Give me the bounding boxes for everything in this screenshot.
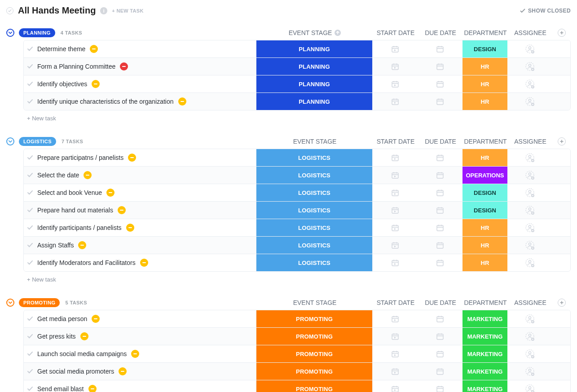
department-cell[interactable]: HR: [462, 254, 507, 271]
event-stage-cell[interactable]: PLANNING: [256, 58, 373, 75]
start-date-cell[interactable]: [373, 224, 418, 232]
task-name-cell[interactable]: Send email blast: [36, 385, 256, 392]
assignee-cell[interactable]: [507, 205, 552, 215]
start-date-cell[interactable]: [373, 385, 418, 392]
priority-icon[interactable]: [178, 97, 186, 106]
task-row[interactable]: Prepare hand out materials LOGISTICS DES…: [24, 201, 570, 219]
complete-checkbox[interactable]: [24, 333, 36, 339]
task-row[interactable]: Form a Planning Committee PLANNING HR: [24, 57, 570, 75]
department-cell[interactable]: MARKETING: [462, 380, 507, 392]
start-date-cell[interactable]: [373, 80, 418, 88]
department-cell[interactable]: HR: [462, 93, 507, 110]
new-task-row[interactable]: + New task: [6, 110, 571, 122]
col-assignee[interactable]: ASSIGNEE: [508, 299, 553, 306]
start-date-cell[interactable]: [373, 154, 418, 162]
add-column-button[interactable]: [558, 137, 566, 145]
event-stage-cell[interactable]: PROMOTING: [256, 345, 373, 362]
col-start-date[interactable]: START DATE: [373, 299, 418, 306]
department-cell[interactable]: HR: [462, 219, 507, 236]
priority-icon[interactable]: [106, 189, 115, 197]
task-row[interactable]: Determine theme PLANNING DESIGN: [24, 40, 570, 57]
col-due-date[interactable]: DUE DATE: [418, 29, 463, 36]
task-name-cell[interactable]: Launch social media campaigns: [36, 350, 256, 358]
task-name-cell[interactable]: Identify unique characteristics of the o…: [36, 97, 256, 106]
task-name-cell[interactable]: Select the date: [36, 171, 256, 179]
priority-icon[interactable]: [126, 224, 134, 232]
department-cell[interactable]: HR: [462, 237, 507, 254]
task-name-cell[interactable]: Identify participants / panelists: [36, 224, 256, 232]
complete-checkbox[interactable]: [24, 63, 36, 70]
due-date-cell[interactable]: [418, 80, 462, 88]
col-start-date[interactable]: START DATE: [373, 29, 418, 36]
assignee-cell[interactable]: [507, 366, 552, 376]
col-assignee[interactable]: ASSIGNEE: [508, 138, 553, 145]
due-date-cell[interactable]: [418, 206, 462, 214]
event-stage-cell[interactable]: LOGISTICS: [256, 167, 373, 184]
priority-icon[interactable]: [120, 62, 128, 70]
department-cell[interactable]: OPERATIONS: [462, 167, 507, 184]
col-event-stage[interactable]: EVENT STAGE: [256, 29, 373, 36]
col-assignee[interactable]: ASSIGNEE: [508, 29, 553, 36]
col-due-date[interactable]: DUE DATE: [418, 299, 463, 306]
event-stage-cell[interactable]: LOGISTICS: [256, 219, 373, 236]
assignee-cell[interactable]: [507, 188, 552, 198]
department-cell[interactable]: HR: [462, 75, 507, 92]
priority-icon[interactable]: [119, 367, 127, 375]
department-cell[interactable]: MARKETING: [462, 328, 507, 345]
due-date-cell[interactable]: [418, 45, 462, 53]
priority-icon[interactable]: [88, 385, 97, 392]
event-stage-cell[interactable]: LOGISTICS: [256, 202, 373, 219]
event-stage-cell[interactable]: PROMOTING: [256, 328, 373, 345]
task-name-cell[interactable]: Get press kits: [36, 332, 256, 340]
department-cell[interactable]: DESIGN: [462, 184, 507, 201]
priority-icon[interactable]: [84, 171, 92, 179]
start-date-cell[interactable]: [373, 206, 418, 214]
due-date-cell[interactable]: [418, 259, 462, 267]
group-pill[interactable]: PROMOTING: [19, 298, 60, 307]
department-cell[interactable]: DESIGN: [462, 202, 507, 219]
assignee-cell[interactable]: [507, 314, 552, 324]
complete-checkbox[interactable]: [24, 368, 36, 374]
col-department[interactable]: DEPARTMENT: [463, 299, 508, 306]
assignee-cell[interactable]: [507, 258, 552, 268]
department-cell[interactable]: MARKETING: [462, 345, 507, 362]
complete-checkbox[interactable]: [24, 225, 36, 231]
department-cell[interactable]: HR: [462, 149, 507, 166]
col-due-date[interactable]: DUE DATE: [418, 138, 463, 145]
complete-checkbox[interactable]: [24, 154, 36, 161]
assignee-cell[interactable]: [507, 97, 552, 106]
task-row[interactable]: Send email blast PROMOTING MARKETING: [24, 380, 570, 392]
event-stage-cell[interactable]: LOGISTICS: [256, 237, 373, 254]
start-date-cell[interactable]: [373, 97, 418, 106]
task-name-cell[interactable]: Prepare hand out materials: [36, 206, 256, 214]
priority-icon[interactable]: [118, 206, 126, 214]
priority-icon[interactable]: [78, 241, 86, 249]
complete-checkbox[interactable]: [24, 386, 36, 392]
task-name-cell[interactable]: Get social media promoters: [36, 367, 256, 375]
due-date-cell[interactable]: [418, 97, 462, 106]
group-pill[interactable]: PLANNING: [19, 28, 55, 37]
complete-checkbox[interactable]: [24, 351, 36, 357]
task-name-cell[interactable]: Get media person: [36, 315, 256, 323]
start-date-cell[interactable]: [373, 62, 418, 70]
start-date-cell[interactable]: [373, 45, 418, 53]
assignee-cell[interactable]: [507, 331, 552, 341]
complete-checkbox[interactable]: [24, 207, 36, 213]
show-closed-toggle[interactable]: SHOW CLOSED: [520, 8, 571, 14]
group-pill[interactable]: LOGISTICS: [19, 137, 56, 146]
add-column-button[interactable]: [558, 299, 566, 307]
task-row[interactable]: Get media person PROMOTING MARKETING: [24, 310, 570, 327]
due-date-cell[interactable]: [418, 241, 462, 249]
event-stage-cell[interactable]: LOGISTICS: [256, 149, 373, 166]
task-row[interactable]: Get press kits PROMOTING MARKETING: [24, 327, 570, 345]
assignee-cell[interactable]: [507, 240, 552, 250]
task-name-cell[interactable]: Form a Planning Committee: [36, 62, 256, 70]
assignee-cell[interactable]: [507, 170, 552, 180]
priority-icon[interactable]: [80, 332, 88, 340]
task-row[interactable]: Assign Staffs LOGISTICS HR: [24, 236, 570, 254]
collapse-toggle[interactable]: [6, 137, 14, 145]
due-date-cell[interactable]: [418, 189, 462, 197]
task-name-cell[interactable]: Assign Staffs: [36, 241, 256, 249]
due-date-cell[interactable]: [418, 224, 462, 232]
collapse-toggle[interactable]: [6, 299, 14, 307]
